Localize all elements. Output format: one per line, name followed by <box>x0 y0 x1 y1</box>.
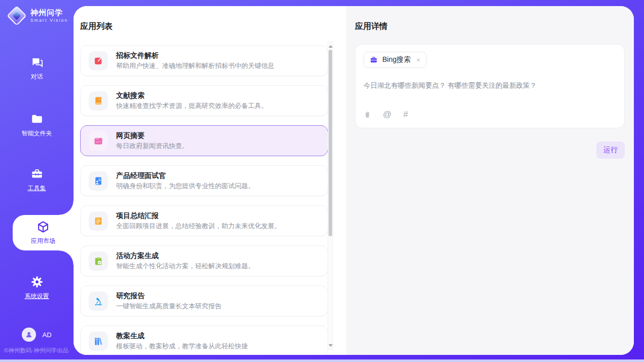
app-desc: 模板驱动，教案秒成，教学准备从此轻松快捷 <box>116 342 248 351</box>
folder-icon <box>30 113 44 126</box>
book-icon <box>89 91 108 111</box>
app-title: 产品经理面试官 <box>116 171 255 180</box>
note-icon <box>89 211 108 231</box>
app-desc: 一键智能生成高质量长文本研究报告 <box>116 302 222 311</box>
sidebar-item-label: 对话 <box>31 73 43 81</box>
app-title: 文献搜索 <box>116 91 268 100</box>
tool-chip-label: Bing搜索 <box>382 55 411 64</box>
app-desc: 全面回顾项目进展，总结经验教训，助力未来优化发展。 <box>116 222 281 231</box>
app-desc: 帮助用户快速、准确地理解和解析招标书中的关键信息 <box>116 61 274 70</box>
toolbox-icon <box>30 167 44 180</box>
chat-icon <box>30 56 44 69</box>
scrollbar-up-arrow-icon[interactable] <box>328 43 333 49</box>
at-icon[interactable]: @ <box>383 110 391 120</box>
books-icon <box>89 332 108 351</box>
app-title: 教案生成 <box>116 331 248 340</box>
scrollbar-down-arrow-icon[interactable] <box>328 342 333 348</box>
copyright-footer: ©神州数码·神州问学出品 <box>4 347 68 354</box>
sidebar-item-chat[interactable]: 对话 <box>0 56 74 81</box>
diamond-logo-icon <box>8 7 25 24</box>
cube-icon <box>37 221 50 234</box>
app-list-panel: 应用列表 招标文件解析 帮助用户快速、准确地理解和解析招标书中的关键信息 文献搜… <box>74 6 346 355</box>
interviewer-icon <box>89 171 108 191</box>
app-card-lesson-plan[interactable]: 教案生成 模板驱动，教案秒成，教学准备从此轻松快捷 <box>80 325 328 355</box>
clipboard-check-icon <box>89 251 108 271</box>
svg-text:</>: </> <box>96 140 101 144</box>
brand-subtitle: Smart Vision <box>30 18 68 23</box>
app-desc: 智能生成个性化活动方案，轻松解决规划难题。 <box>116 262 255 271</box>
app-list: 招标文件解析 帮助用户快速、准确地理解和解析招标书中的关键信息 文献搜索 快速精… <box>80 45 328 355</box>
app-desc: 快速精准查找学术资源，提高研究效率的必备工具。 <box>116 101 268 111</box>
scrollbar-thumb[interactable] <box>329 50 332 236</box>
paperclip-icon[interactable] <box>364 111 371 119</box>
sidebar: 神州问学 Smart Vision 对话 智能文件夹 工具集 应用市场 <box>0 0 74 362</box>
app-card-bid-parse[interactable]: 招标文件解析 帮助用户快速、准确地理解和解析招标书中的关键信息 <box>80 45 328 76</box>
app-card-pm-interviewer[interactable]: 产品经理面试官 明确身份和职责，为您提供专业性的面试问题。 <box>80 165 328 196</box>
brand-logo: 神州问学 Smart Vision <box>8 7 68 24</box>
app-title: 招标文件解析 <box>116 51 274 60</box>
run-row: 运行 <box>355 141 625 159</box>
app-title: 网页摘要 <box>116 131 189 140</box>
app-title: 活动方案生成 <box>116 251 255 260</box>
browser-code-icon: </> <box>89 131 108 151</box>
close-icon[interactable]: × <box>416 56 420 64</box>
app-title: 项目总结汇报 <box>116 211 281 220</box>
sidebar-item-label: 系统设置 <box>25 292 49 301</box>
app-card-literature-search[interactable]: 文献搜索 快速精准查找学术资源，提高研究效率的必备工具。 <box>80 85 328 116</box>
bottom-edge-strip <box>0 359 644 362</box>
sidebar-item-smart-folder[interactable]: 智能文件夹 <box>0 113 74 138</box>
microscope-icon <box>89 292 108 311</box>
sidebar-item-label: 应用市场 <box>31 237 55 245</box>
brand-name: 神州问学 <box>30 9 68 17</box>
app-list-title: 应用列表 <box>80 21 346 32</box>
app-title: 研究报告 <box>116 291 222 300</box>
avatar <box>22 328 36 342</box>
app-list-scrollbar[interactable] <box>328 42 333 350</box>
sidebar-item-toolset[interactable]: 工具集 <box>0 167 74 193</box>
app-card-project-summary[interactable]: 项目总结汇报 全面回顾项目进展，总结经验教训，助力未来优化发展。 <box>80 205 328 236</box>
attachment-toolbar: @ # <box>364 110 616 121</box>
user-account[interactable]: AD <box>0 328 74 342</box>
gear-icon <box>30 275 44 288</box>
briefcase-icon <box>370 56 378 64</box>
hash-icon[interactable]: # <box>403 110 408 120</box>
sidebar-item-settings[interactable]: 系统设置 <box>0 275 74 301</box>
prompt-textbox[interactable]: 今日湖北有哪些新闻要点？ 有哪些需要关注的最新政策？ <box>364 81 616 91</box>
app-card-web-summary[interactable]: </> 网页摘要 每日政府新闻资讯快查。 <box>80 125 328 156</box>
app-card-event-plan[interactable]: 活动方案生成 智能生成个性化活动方案，轻松解决规划难题。 <box>80 245 328 276</box>
app-desc: 每日政府新闻资讯快查。 <box>116 141 189 151</box>
user-initials: AD <box>42 331 51 339</box>
app-detail-panel: 应用详情 Bing搜索 × 今日湖北有哪些新闻要点？ 有哪些需要关注的最新政策？… <box>346 6 634 355</box>
sidebar-item-label: 智能文件夹 <box>22 129 52 138</box>
prompt-card: Bing搜索 × 今日湖北有哪些新闻要点？ 有哪些需要关注的最新政策？ @ # <box>355 44 625 128</box>
app-card-research-report[interactable]: 研究报告 一键智能生成高质量长文本研究报告 <box>80 285 328 316</box>
app-detail-title: 应用详情 <box>355 21 625 32</box>
main-content: 应用列表 招标文件解析 帮助用户快速、准确地理解和解析招标书中的关键信息 文献搜… <box>74 6 634 355</box>
app-desc: 明确身份和职责，为您提供专业性的面试问题。 <box>116 182 255 191</box>
sidebar-item-label: 工具集 <box>28 184 46 193</box>
run-button[interactable]: 运行 <box>596 141 625 159</box>
edit-document-icon <box>89 51 108 70</box>
tool-chip-bing-search[interactable]: Bing搜索 × <box>364 52 426 68</box>
sidebar-item-app-market[interactable]: 应用市场 <box>13 215 74 250</box>
